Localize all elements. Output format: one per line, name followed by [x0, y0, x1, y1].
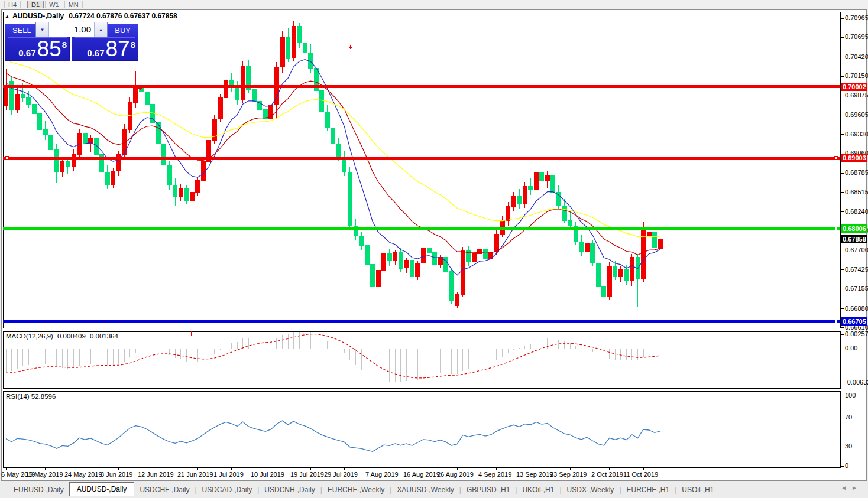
- date-axis-label: 24 May 2019: [64, 471, 102, 478]
- level-price-badge: 0.68006: [841, 224, 867, 233]
- volume-increase-button[interactable]: ▲: [94, 22, 107, 37]
- price-axis-tick: 0.69330: [845, 131, 868, 138]
- timeframe-toolbar: H4D1W1MN: [0, 0, 868, 9]
- tab-scroll-right-icon[interactable]: ►: [851, 484, 862, 491]
- date-axis-label: 21 Jun 2019: [177, 471, 213, 478]
- tab-scroll-left-icon[interactable]: ◄: [841, 484, 851, 491]
- chart-tab-usdcnh-daily[interactable]: USDCNH-,Daily: [259, 483, 320, 496]
- date-axis-label: 26 Aug 2019: [437, 471, 474, 478]
- date-axis-label: 7 Aug 2019: [365, 471, 399, 478]
- chart-tab-ukoil-h1[interactable]: UKOil-,H1: [517, 483, 559, 496]
- timeframe-button-h4[interactable]: H4: [4, 1, 21, 8]
- date-axis-label: 19 Jul 2019: [290, 471, 324, 478]
- date-axis-label: 1 Jul 2019: [213, 471, 244, 478]
- macd-axis-tick: 0.00: [845, 344, 868, 351]
- level-price-badge: 0.69003: [841, 154, 867, 162]
- date-axis-label: 2 Oct 2019: [591, 471, 623, 478]
- buy-label: BUY: [115, 26, 131, 35]
- mt4-terminal: H4D1W1MN ▲AUDUSD-,Daily0.67724 0.67876 0…: [0, 0, 868, 498]
- price-axis-tick: 0.68240: [845, 208, 868, 215]
- volume-value[interactable]: 1.00: [49, 22, 94, 37]
- price-axis-tick: 0.70150: [845, 72, 868, 79]
- macd-axis-tick: 0.002574: [845, 330, 868, 337]
- date-axis-label: 16 Aug 2019: [403, 471, 440, 478]
- chart-tab-usdchf-daily[interactable]: USDCHF-,Daily: [134, 483, 195, 496]
- volume-decrease-button[interactable]: ▼: [36, 22, 49, 37]
- one-click-trade-panel: SELL 0.67 85 8 BUY 0.67 87 8 ▼ 1.00 ▲: [5, 22, 138, 61]
- date-axis-label: 13 Sep 2019: [516, 471, 553, 478]
- chart-tab-xauusd-weekly[interactable]: XAUUSD-,Weekly: [391, 483, 459, 496]
- macd-indicator-label: MACD(12,26,9) -0.000409 -0.001364: [6, 333, 118, 340]
- chart-tab-eurusd-daily[interactable]: EURUSD-,Daily: [8, 483, 69, 496]
- toolbar-separator: [86, 1, 86, 8]
- chart-symbol-label: AUDUSD-,Daily: [12, 12, 64, 20]
- price-axis-tick: 0.70695: [845, 33, 868, 40]
- rsi-axis-tick: 0: [845, 462, 868, 469]
- price-axis-tick: 0.66880: [845, 305, 868, 312]
- price-axis-tick: 0.67155: [845, 285, 868, 292]
- level-price-badge: 0.70002: [841, 83, 867, 91]
- date-axis-label: 3 Jun 2019: [101, 471, 132, 478]
- sell-price-pip: 8: [62, 40, 67, 50]
- price-axis-tick: 0.67700: [845, 246, 868, 253]
- tab-scroll-arrows: ◄►: [841, 484, 862, 491]
- price-axis-tick: 0.69605: [845, 111, 868, 118]
- chart-tab-usoil-h1[interactable]: USOil-,H1: [676, 483, 719, 496]
- chart-tab-eurchf-h1[interactable]: EURCHF-,H1: [621, 483, 675, 496]
- timeframe-button-list: H4D1W1MN: [4, 1, 89, 8]
- buy-price-big: 87: [106, 39, 130, 59]
- timeframe-button-mn[interactable]: MN: [64, 1, 83, 8]
- sell-label: SELL: [12, 26, 31, 35]
- chart-tab-gbpusd-h1[interactable]: GBPUSD-,H1: [461, 483, 515, 496]
- price-axis-tick: 0.69875: [845, 92, 868, 99]
- rsi-indicator-label: RSI(14) 52.8596: [6, 393, 56, 400]
- buy-price-prefix: 0.67: [87, 48, 104, 58]
- buy-price-pip: 8: [131, 40, 135, 50]
- level-price-badge: 0.66705: [841, 317, 867, 326]
- price-axis-tick: 0.68785: [845, 169, 868, 176]
- rsi-axis-tick: 70: [845, 414, 868, 421]
- volume-stepper: ▼ 1.00 ▲: [35, 22, 108, 37]
- date-axis-label: 11 Oct 2019: [623, 471, 658, 478]
- date-axis-label: 12 Jun 2019: [138, 471, 174, 478]
- sell-price-prefix: 0.67: [18, 48, 35, 58]
- timeframe-button-d1[interactable]: D1: [27, 1, 44, 8]
- price-axis-tick: 0.67425: [845, 266, 868, 273]
- timeframe-button-w1[interactable]: W1: [45, 1, 63, 8]
- price-axis-tick: 0.70965: [845, 14, 868, 21]
- rsi-axis-tick: 100: [845, 392, 868, 399]
- chart-tab-usdcad-daily[interactable]: USDCAD-,Daily: [197, 483, 258, 496]
- chart-tab-audusd-daily[interactable]: AUDUSD-,Daily: [69, 482, 135, 496]
- rsi-axis-tick: 30: [845, 442, 868, 450]
- collapse-trade-panel-icon[interactable]: ▲: [5, 14, 9, 19]
- buy-price: 0.67 87 8: [72, 39, 135, 59]
- price-axis-tick: 0.68515: [845, 188, 868, 196]
- date-axis-label: 10 Jul 2019: [251, 471, 284, 478]
- chart-tab-usdx-weekly[interactable]: USDX-,Weekly: [562, 483, 620, 496]
- toolbar-separator: [24, 1, 24, 8]
- sell-price-big: 85: [37, 39, 61, 59]
- chart-title: ▲AUDUSD-,Daily0.67724 0.67876 0.67637 0.…: [5, 12, 177, 20]
- date-axis-label: 29 Jul 2019: [324, 471, 358, 478]
- date-axis-label: 15 May 2019: [25, 471, 63, 478]
- macd-axis-tick: -0.006326: [845, 379, 868, 386]
- date-axis-label: 23 Sep 2019: [550, 471, 587, 478]
- chart-window: [1, 9, 867, 481]
- sell-price: 0.67 85 8: [5, 39, 67, 59]
- date-axis-label: 4 Sep 2019: [478, 471, 511, 478]
- price-axis-tick: 0.70420: [845, 53, 868, 60]
- chart-tab-bar: EURUSD-,DailyAUDUSD-,DailyUSDCHF-,Daily|…: [0, 481, 868, 498]
- current-price-badge: 0.67858: [841, 235, 867, 243]
- chart-tab-eurchf-weekly[interactable]: EURCHF-,Weekly: [322, 483, 390, 496]
- chart-ohlc-values: 0.67724 0.67876 0.67637 0.67858: [69, 12, 177, 20]
